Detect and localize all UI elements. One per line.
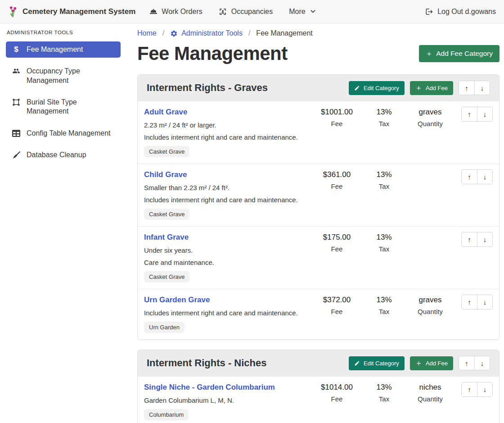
move-fee-down-button[interactable]: ↓ [477,232,492,246]
fee-amount-column: $361.00 Fee [311,170,363,190]
fee-info: Adult Grave 2.23 m² / 24 ft² or larger.I… [144,107,311,157]
fee-reorder-group: ↑ ↓ [461,232,493,247]
brand[interactable]: Cemetery Management System [8,6,135,18]
main-content: Home / Administrator Tools / Fee Managem… [126,23,504,423]
category-header: Interment Rights - Niches Edit Category … [138,350,499,376]
pencil-icon [354,85,360,91]
move-fee-down-button[interactable]: ↓ [477,170,492,184]
sidebar-item-database-cleanup[interactable]: Database Cleanup [6,147,121,163]
fee-tags: Casket Grave [144,146,307,157]
occupancy-frame-icon [219,8,227,16]
category-reorder-group: ↑ ↓ [459,356,490,370]
users-icon [11,67,21,75]
fee-tax-label: Tax [363,308,405,315]
table-icon [11,129,21,137]
move-fee-up-button[interactable]: ↑ [462,107,477,121]
fee-descriptions: Smaller than 2.23 m² / 24 ft².Includes i… [144,184,307,204]
fee-quantity-column: graves Quantity [405,108,455,127]
fee-reorder-group: ↑ ↓ [461,107,493,122]
move-fee-down-button[interactable]: ↓ [477,295,492,309]
fee-description: Garden Columbarium L, M, N. [144,396,307,404]
add-fee-label: Add Fee [426,360,448,367]
sidebar-item-burial-site-type-management[interactable]: Burial Site Type Management [6,94,121,120]
hard-hat-icon [149,8,158,15]
move-category-down-button[interactable]: ↓ [474,356,490,370]
breadcrumb-separator: / [248,29,250,37]
add-fee-label: Add Fee [426,85,448,91]
fee-name-link[interactable]: Adult Grave [144,108,187,117]
fee-description: Includes interment right and care and ma… [144,196,307,204]
fee-info: Child Grave Smaller than 2.23 m² / 24 ft… [144,169,311,220]
move-category-up-button[interactable]: ↑ [459,81,474,95]
fee-name-link[interactable]: Single Niche - Garden Columbarium [144,383,275,392]
breadcrumb-admin-tools-link[interactable]: Administrator Tools [170,29,243,37]
fee-amount-value: $361.00 [311,170,363,179]
fee-quantity-value: graves [405,296,455,305]
fee-name-link[interactable]: Infant Grave [144,233,189,242]
fee-tax-column: 13% Tax [363,233,405,253]
move-fee-down-button[interactable]: ↓ [477,107,492,121]
fee-description: Care and maintenance. [144,259,307,266]
fee-tag: Columbarium [144,409,189,420]
plus-icon [426,50,432,57]
edit-category-button[interactable]: Edit Category [349,356,405,370]
sidebar-item-occupancy-type-management[interactable]: Occupancy Type Management [6,63,121,89]
nav-item-occupancies[interactable]: Occupancies [219,8,273,16]
add-fee-button[interactable]: Add Fee [410,356,453,370]
move-category-up-button[interactable]: ↑ [459,356,474,370]
breadcrumb-home-link[interactable]: Home [137,29,157,37]
edit-category-label: Edit Category [364,360,399,367]
fee-row: Infant Grave Under six years.Care and ma… [138,226,499,289]
fee-category-interment-rights-niches: Interment Rights - Niches Edit Category … [137,350,500,423]
fee-amount-label: Fee [311,395,363,403]
move-fee-down-button[interactable]: ↓ [477,382,492,396]
category-reorder-group: ↑ ↓ [459,81,490,95]
move-fee-up-button[interactable]: ↑ [462,382,477,396]
move-category-down-button[interactable]: ↓ [474,81,490,95]
fee-amount-column: $1001.00 Fee [311,108,363,127]
fee-amount-column: $372.00 Fee [311,296,363,315]
move-fee-up-button[interactable]: ↑ [462,170,477,184]
fee-description: Includes interment right and care and ma… [144,133,307,141]
sidebar-item-label: Fee Management [27,45,83,54]
move-fee-up-button[interactable]: ↑ [462,295,477,309]
fee-tax-value: 13% [363,383,405,392]
fee-quantity-label: Quantity [405,395,455,403]
breadcrumb-current: Fee Management [256,29,312,37]
pencil-icon [354,360,360,366]
fee-quantity-column: graves Quantity [405,296,455,315]
fee-quantity-column [405,170,455,173]
fee-tax-value: 13% [363,233,405,242]
fee-info: Single Niche - Garden Columbarium Garden… [144,382,311,420]
fee-name-link[interactable]: Child Grave [144,170,187,179]
sidebar-item-config-table-management[interactable]: Config Table Management [6,125,121,141]
fee-tax-column: 13% Tax [363,108,405,127]
edit-category-button[interactable]: Edit Category [349,81,405,95]
logout-button[interactable]: Log Out d.gowans [425,8,496,16]
add-fee-button[interactable]: Add Fee [410,81,453,95]
fee-descriptions: 2.23 m² / 24 ft² or larger.Includes inte… [144,121,307,141]
nav-item-work-orders[interactable]: Work Orders [149,8,202,16]
plus-icon [415,360,422,367]
fee-tag: Casket Grave [144,209,189,220]
move-fee-up-button[interactable]: ↑ [462,232,477,246]
fee-category-interment-rights-graves: Interment Rights - Graves Edit Category … [137,74,500,340]
fee-name-link[interactable]: Urn Garden Grave [144,296,210,305]
fee-quantity-value: graves [405,108,455,117]
sidebar-item-fee-management[interactable]: $ Fee Management [6,41,121,58]
nav-item-label: Occupancies [231,8,273,16]
add-fee-category-button[interactable]: Add Fee Category [419,45,500,62]
nav-item-label: Work Orders [162,8,202,16]
fee-descriptions: Garden Columbarium L, M, N. [144,396,307,404]
category-title: Interment Rights - Graves [147,82,349,94]
sidebar-item-label: Database Cleanup [27,150,86,159]
fee-tax-value: 13% [363,170,405,179]
fee-row: Single Niche - Garden Columbarium Garden… [138,376,499,423]
sidebar: ADMINISTRATOR TOOLS $ Fee Management Occ… [0,23,126,423]
nav-item-more[interactable]: More [289,8,316,16]
fee-tax-label: Tax [363,395,405,403]
category-header: Interment Rights - Graves Edit Category … [138,75,499,101]
fee-amount-label: Fee [311,245,363,253]
fee-amount-value: $372.00 [311,296,363,305]
breadcrumb: Home / Administrator Tools / Fee Managem… [137,29,500,37]
